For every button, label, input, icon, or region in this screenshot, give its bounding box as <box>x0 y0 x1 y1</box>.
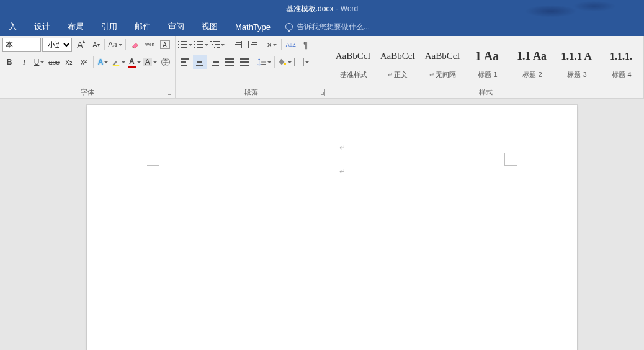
group-paragraph: ✕ A↓Z ¶ 段 <box>176 36 328 98</box>
title-bar: 基准模板.docx - Word <box>0 0 644 17</box>
tell-me-placeholder: 告诉我您想要做什么... <box>297 22 370 32</box>
sort-button[interactable]: A↓Z <box>284 38 298 52</box>
strikethrough-button[interactable]: abc <box>47 55 61 69</box>
style-name: 标题 2 <box>521 70 542 79</box>
highlight-button[interactable] <box>111 55 126 69</box>
group-font-label: 字体 <box>0 86 175 98</box>
document-canvas[interactable]: ↵ ↵ <box>0 99 644 350</box>
style-preview: AaBbCcI <box>336 44 371 69</box>
asian-layout-button[interactable]: ✕ <box>265 38 279 52</box>
line-spacing-icon <box>257 58 266 66</box>
borders-button[interactable] <box>293 55 310 69</box>
ribbon-tabs: 入 设计 布局 引用 邮件 审阅 视图 MathType 告诉我您想要做什么..… <box>0 17 644 36</box>
font-name-input[interactable] <box>2 38 41 52</box>
increase-indent-button[interactable] <box>246 38 259 52</box>
tab-mailings[interactable]: 邮件 <box>126 17 159 36</box>
align-left-button[interactable] <box>178 55 192 69</box>
paragraph-dialog-launcher[interactable] <box>318 89 325 96</box>
font-dialog-launcher[interactable] <box>165 89 172 96</box>
font-color-button[interactable]: A <box>127 55 141 69</box>
tab-mathtype[interactable]: MathType <box>226 17 279 36</box>
subscript-button[interactable]: x₂ <box>62 55 76 69</box>
grow-font-button[interactable]: A▴ <box>73 38 87 52</box>
align-right-icon <box>210 58 219 66</box>
align-distribute-button[interactable] <box>238 55 251 69</box>
group-styles-label: 样式 <box>328 86 643 98</box>
style-name: ↵正文 <box>388 70 408 79</box>
tab-review[interactable]: 审阅 <box>159 17 193 36</box>
style-item-5[interactable]: 1.1.1 A标题 3 <box>554 37 599 86</box>
style-item-2[interactable]: AaBbCcI↵无间隔 <box>420 37 465 86</box>
margin-corner-tl <box>147 153 159 166</box>
style-name: 标题 4 <box>610 70 631 79</box>
group-font: 小五 A▴ A▾ Aa wén A B I U abc x₂ x² <box>0 36 176 98</box>
outdent-icon <box>233 41 242 48</box>
style-preview: 1.1 Aa <box>517 44 547 69</box>
separator <box>274 56 275 68</box>
numbering-button[interactable] <box>194 38 209 52</box>
svg-point-1 <box>284 63 286 65</box>
tab-design[interactable]: 设计 <box>25 17 59 36</box>
style-preview: 1.1.1 A <box>561 44 592 69</box>
tab-insert[interactable]: 入 <box>0 17 25 36</box>
tab-view[interactable]: 视图 <box>193 17 226 36</box>
char-shading-button[interactable]: A <box>143 55 158 69</box>
style-item-6[interactable]: 1.1.1.标题 4 <box>599 37 643 86</box>
align-left-icon <box>181 58 189 66</box>
style-name: 基准样式 <box>339 70 367 79</box>
clear-formatting-button[interactable] <box>128 38 142 52</box>
ribbon: 小五 A▴ A▾ Aa wén A B I U abc x₂ x² <box>0 36 644 99</box>
distribute-icon <box>240 58 249 66</box>
style-preview: 1 Aa <box>475 44 499 69</box>
show-marks-button[interactable]: ¶ <box>299 38 313 52</box>
tell-me[interactable]: 告诉我您想要做什么... <box>285 17 370 36</box>
eraser-icon <box>131 40 140 49</box>
style-gallery[interactable]: AaBbCcI基准样式AaBbCcI↵正文AaBbCcI↵无间隔1 Aa标题 1… <box>328 36 643 86</box>
align-justify-icon <box>225 58 234 66</box>
borders-icon <box>294 58 304 66</box>
style-item-1[interactable]: AaBbCcI↵正文 <box>375 37 420 86</box>
tab-layout[interactable]: 布局 <box>59 17 92 36</box>
group-paragraph-label: 段落 <box>176 86 328 98</box>
bullets-icon <box>179 41 187 48</box>
underline-button[interactable]: U <box>32 55 46 69</box>
style-preview: 1.1.1. <box>610 44 632 69</box>
shading-button[interactable] <box>277 55 292 69</box>
font-size-select[interactable]: 小五 <box>42 38 72 52</box>
style-name: ↵无间隔 <box>429 70 456 79</box>
paragraph-mark: ↵ <box>339 143 346 152</box>
line-spacing-button[interactable] <box>257 55 272 69</box>
page[interactable]: ↵ ↵ <box>87 105 577 350</box>
style-item-0[interactable]: AaBbCcI基准样式 <box>331 37 375 86</box>
numbering-icon <box>195 41 203 48</box>
style-item-3[interactable]: 1 Aa标题 1 <box>465 37 509 86</box>
style-preview: AaBbCcI <box>425 44 460 69</box>
shrink-font-button[interactable]: A▾ <box>88 38 102 52</box>
bullets-button[interactable] <box>178 38 193 52</box>
group-styles: AaBbCcI基准样式AaBbCcI↵正文AaBbCcI↵无间隔1 Aa标题 1… <box>328 36 644 98</box>
phonetic-guide-button[interactable]: wén <box>143 38 157 52</box>
align-right-button[interactable] <box>208 55 221 69</box>
svg-rect-0 <box>113 65 120 66</box>
change-case-button[interactable]: Aa <box>107 38 123 52</box>
separator <box>281 39 282 50</box>
lightbulb-icon <box>285 23 293 30</box>
align-justify-button[interactable] <box>223 55 236 69</box>
highlighter-icon <box>112 58 120 66</box>
separator <box>93 56 94 68</box>
character-border-button[interactable]: A <box>158 38 172 52</box>
paragraph-mark: ↵ <box>339 167 346 176</box>
style-item-4[interactable]: 1.1 Aa标题 2 <box>509 37 554 86</box>
tab-references[interactable]: 引用 <box>92 17 126 36</box>
align-center-button[interactable] <box>193 55 207 69</box>
decrease-indent-button[interactable] <box>231 38 244 52</box>
bold-button[interactable]: B <box>2 55 16 69</box>
multilevel-icon <box>211 41 220 48</box>
italic-button[interactable]: I <box>17 55 31 69</box>
enclose-char-button[interactable]: 字 <box>159 55 172 69</box>
superscript-button[interactable]: x² <box>77 55 91 69</box>
text-effects-button[interactable]: A <box>96 55 110 69</box>
align-center-icon <box>195 58 204 66</box>
multilevel-list-button[interactable] <box>210 38 225 52</box>
app-name: - Word <box>336 4 358 13</box>
